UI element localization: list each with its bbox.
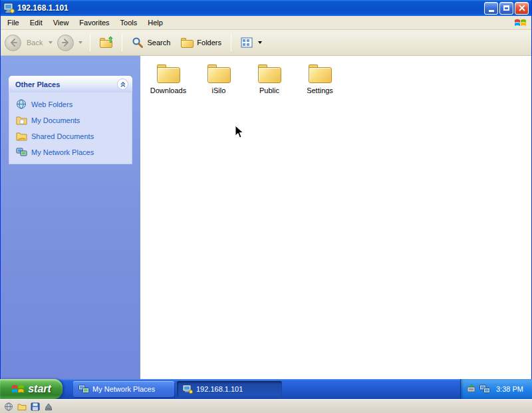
search-label: Search <box>147 39 170 47</box>
other-places-title: Other Places <box>15 80 60 88</box>
views-dropdown-icon <box>258 41 262 44</box>
menu-item-view[interactable]: View <box>48 17 74 29</box>
minimize-button[interactable] <box>484 2 498 15</box>
task-button-label: 192.168.1.101 <box>196 385 243 393</box>
task-pane: Other Places <box>1 56 140 379</box>
titlebar-buttons <box>484 2 529 15</box>
sidebar-item-my-documents[interactable]: My Documents <box>16 115 126 125</box>
my-network-places-icon <box>16 147 27 157</box>
task-button-label: My Network Places <box>92 385 155 393</box>
start-button[interactable]: start <box>0 379 63 399</box>
folder-icon <box>309 64 332 83</box>
title-bar: 192.168.1.101 <box>1 0 531 16</box>
folder-item-public[interactable]: Public <box>245 61 293 94</box>
desktop: 192.168.1.101 File Edit View Favorites T… <box>0 0 532 413</box>
sidebar-item-label: My Network Places <box>31 148 94 156</box>
folder-icon <box>207 64 231 83</box>
window-icon[interactable] <box>3 3 15 13</box>
up-button[interactable]: ⇧ <box>96 35 116 51</box>
folder-icon[interactable] <box>17 402 27 411</box>
forward-dropdown-icon[interactable] <box>78 41 82 44</box>
views-icon <box>241 37 253 48</box>
folder-row: Downloads iSilo Public Settings <box>144 61 531 94</box>
tray-network-icon[interactable] <box>479 384 490 394</box>
menu-item-help[interactable]: Help <box>142 17 168 29</box>
other-places-body: Web Folders My Documents <box>9 92 132 164</box>
folders-icon <box>181 38 194 48</box>
explorer-body: Other Places <box>1 56 531 379</box>
bottom-status-strip <box>0 399 532 413</box>
folder-icon <box>157 64 180 83</box>
eject-icon[interactable] <box>44 402 53 411</box>
remote-computer-icon <box>182 384 193 394</box>
folders-label: Folders <box>197 39 221 47</box>
search-button[interactable]: Search <box>128 34 174 51</box>
my-documents-icon <box>16 115 27 125</box>
mouse-cursor <box>235 125 244 139</box>
chevron-double-up-icon <box>120 81 126 88</box>
up-folder-icon: ⇧ <box>100 38 112 48</box>
clock[interactable]: 3:38 PM <box>496 385 523 393</box>
search-icon <box>132 37 144 49</box>
sidebar-item-label: Shared Documents <box>31 132 94 140</box>
menu-item-edit[interactable]: Edit <box>25 17 48 29</box>
collapse-button[interactable] <box>117 78 128 90</box>
save-icon[interactable] <box>31 402 40 411</box>
folder-label: Downloads <box>150 86 186 94</box>
window-title: 192.168.1.101 <box>17 3 484 13</box>
file-list-area: Downloads iSilo Public Settings <box>140 56 531 379</box>
maximize-icon <box>503 5 509 11</box>
menu-item-file[interactable]: File <box>2 17 25 29</box>
folder-label: Settings <box>307 86 333 94</box>
toolbar: Back ⇧ Search <box>1 30 531 56</box>
other-places-header[interactable]: Other Places <box>9 76 132 92</box>
back-arrow-icon <box>9 38 18 47</box>
taskbar: start My Network Places <box>0 379 532 399</box>
toolbar-separator <box>122 34 122 51</box>
folder-label: Public <box>259 86 279 94</box>
sidebar-item-web-folders[interactable]: Web Folders <box>16 99 126 109</box>
folder-label: iSilo <box>212 86 226 94</box>
taskbar-tasks: My Network Places 192.168.1.101 <box>73 381 460 397</box>
task-button-my-network-places[interactable]: My Network Places <box>73 381 174 397</box>
forward-arrow-icon <box>61 38 70 47</box>
start-label: start <box>28 383 51 395</box>
windows-logo-icon <box>514 17 527 28</box>
shared-documents-icon <box>16 131 27 141</box>
other-places-panel: Other Places <box>9 76 132 164</box>
folder-item-downloads[interactable]: Downloads <box>144 61 192 94</box>
back-button[interactable] <box>5 35 21 51</box>
menu-item-tools[interactable]: Tools <box>115 17 143 29</box>
folder-item-settings[interactable]: Settings <box>296 61 344 94</box>
tray-remove-hardware-icon[interactable] <box>466 384 477 394</box>
minimize-icon <box>489 10 494 12</box>
system-tray: 3:38 PM <box>460 379 532 399</box>
views-button[interactable] <box>237 35 268 51</box>
sidebar-item-label: My Documents <box>31 116 80 124</box>
folders-button[interactable]: Folders <box>177 35 225 51</box>
back-dropdown-icon[interactable] <box>49 41 53 44</box>
task-button-192-168-1-101[interactable]: 192.168.1.101 <box>177 381 282 397</box>
folder-icon <box>258 64 281 83</box>
globe-icon[interactable] <box>4 402 13 411</box>
sidebar-item-my-network-places[interactable]: My Network Places <box>16 147 126 157</box>
close-button[interactable] <box>515 2 529 15</box>
my-network-places-icon <box>78 384 89 394</box>
forward-button[interactable] <box>57 35 74 51</box>
windows-flag-icon <box>11 383 25 395</box>
maximize-button[interactable] <box>499 2 513 15</box>
toolbar-separator <box>231 34 231 51</box>
toolbar-separator <box>90 34 90 51</box>
close-icon <box>519 5 525 11</box>
web-folders-icon <box>16 99 27 109</box>
folder-item-isilo[interactable]: iSilo <box>195 61 243 94</box>
menu-item-favorites[interactable]: Favorites <box>74 17 114 29</box>
sidebar-item-shared-documents[interactable]: Shared Documents <box>16 131 126 141</box>
sidebar-item-label: Web Folders <box>31 100 72 108</box>
explorer-window: 192.168.1.101 File Edit View Favorites T… <box>0 0 532 379</box>
back-label: Back <box>27 39 43 47</box>
menu-bar: File Edit View Favorites Tools Help <box>1 16 531 30</box>
